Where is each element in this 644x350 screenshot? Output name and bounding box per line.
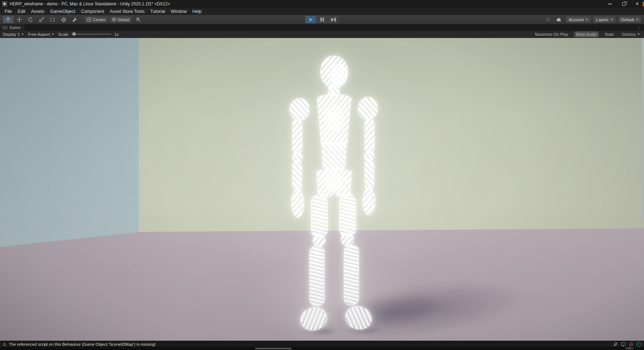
mute-audio-toggle[interactable]: Mute Audio	[575, 32, 598, 37]
bell-icon[interactable]	[629, 342, 634, 347]
caret-down-icon	[611, 19, 613, 20]
caret-down-icon	[586, 19, 588, 20]
menu-asset-store-tools[interactable]: Asset Store Tools	[107, 8, 147, 15]
scale-label: Scale	[58, 32, 69, 37]
minimize-button[interactable]	[603, 0, 617, 8]
close-button[interactable]: ×	[630, 0, 644, 8]
layout-label: Default	[621, 18, 634, 22]
game-view-tab[interactable]: Game	[0, 24, 25, 31]
window-controls: ×	[603, 0, 644, 8]
frame-count: 1967	[625, 347, 634, 350]
menu-file[interactable]: File	[2, 8, 15, 15]
left-foot-contact-shadow	[299, 326, 339, 336]
maximize-on-play-toggle[interactable]: Maximize On Play	[534, 32, 570, 37]
back-wall	[0, 38, 644, 341]
scale-tool-button[interactable]	[36, 16, 47, 23]
step-icon	[331, 18, 336, 21]
menu-tutorial[interactable]: Tutorial	[147, 8, 168, 15]
right-foot-contact-shadow	[343, 326, 384, 335]
grid-snap-button[interactable]	[133, 16, 144, 23]
transform-tool-group	[3, 16, 80, 23]
edge-notification-sliver	[643, 2, 644, 6]
game-viewport[interactable]	[0, 38, 644, 341]
back-wall-shading	[0, 38, 644, 341]
game-toolbar-right: Maximize On Play Mute Audio Stats Gizmos	[534, 32, 641, 37]
account-label: Account	[569, 18, 584, 22]
floor-shading	[0, 38, 644, 341]
cast-shadow	[334, 269, 532, 341]
aspect-dropdown-label: Free Aspect	[28, 32, 50, 37]
menu-help[interactable]: Help	[190, 8, 205, 15]
menu-gameobject[interactable]: GameObject	[47, 8, 78, 15]
scale-icon	[39, 17, 44, 23]
left-wall	[0, 38, 644, 341]
tab-overflow-menu-button[interactable]: ⋮	[634, 25, 644, 30]
scale-value: 1x	[114, 32, 118, 37]
menu-edit[interactable]: Edit	[15, 8, 28, 15]
floor	[0, 38, 644, 341]
activity-complete-icon[interactable]: ✓	[636, 342, 641, 347]
restore-button[interactable]	[617, 0, 630, 8]
caret-down-icon	[21, 34, 24, 35]
step-button[interactable]	[328, 16, 339, 23]
caret-down-icon	[636, 19, 638, 20]
combined-transform-icon	[61, 17, 67, 23]
warning-icon: ⚠	[3, 342, 6, 346]
display-status-icon[interactable]	[621, 342, 626, 347]
check-icon: ✓	[638, 342, 640, 346]
pivot-toggle-button[interactable]: Center	[84, 16, 108, 23]
hand-tool-button[interactable]	[3, 16, 14, 23]
unity-app-icon	[2, 1, 7, 6]
hand-icon	[5, 17, 11, 23]
cloud-icon	[556, 18, 562, 22]
globe-icon	[112, 17, 116, 22]
stats-toggle[interactable]: Stats	[603, 32, 615, 37]
window-title: HDRP_wireframe - demo - PC, Mac & Linux …	[10, 1, 170, 6]
minimize-icon	[608, 4, 612, 4]
menu-component[interactable]: Component	[78, 8, 107, 15]
move-tool-button[interactable]	[14, 16, 25, 23]
figure-floor-glow	[250, 253, 419, 341]
horizontal-scrollbar-thumb[interactable]	[255, 348, 292, 349]
game-tab-label: Game	[9, 25, 20, 30]
move-icon	[16, 17, 22, 23]
wireframe-robot-figure	[283, 55, 383, 338]
transform-tool-button[interactable]	[58, 16, 69, 23]
play-controls	[305, 16, 339, 23]
activity-spark-icon	[546, 17, 550, 22]
display-dropdown[interactable]: Display 1	[3, 32, 24, 37]
play-button[interactable]	[305, 16, 316, 23]
pause-button[interactable]	[317, 16, 327, 23]
scale-slider[interactable]	[71, 34, 111, 35]
layers-dropdown[interactable]: Layers	[593, 16, 616, 23]
menu-window[interactable]: Window	[168, 8, 189, 15]
account-dropdown[interactable]: Account	[566, 16, 591, 23]
menu-assets[interactable]: Assets	[28, 8, 48, 15]
bell-slash-icon[interactable]	[613, 342, 618, 347]
rotate-tool-button[interactable]	[25, 16, 36, 23]
game-view-toolbar: Display 1 Free Aspect Scale 1x Maximize …	[0, 31, 644, 38]
status-bar[interactable]: ⚠ The referenced script on this Behaviou…	[0, 341, 644, 347]
close-icon: ×	[635, 1, 639, 7]
progress-activity-button[interactable]	[543, 16, 552, 23]
space-toggle-button[interactable]: Global	[109, 16, 132, 23]
custom-tool-button[interactable]	[69, 16, 80, 23]
menubar: File Edit Assets GameObject Component As…	[0, 8, 644, 15]
rect-tool-icon	[50, 17, 55, 23]
layout-dropdown[interactable]: Default	[618, 16, 641, 23]
view-tab-row: Game ⋮	[0, 24, 644, 31]
cast-shadow-core	[340, 286, 448, 338]
aspect-ratio-dropdown[interactable]: Free Aspect	[28, 32, 54, 37]
right-edge-scrollbar[interactable]	[642, 38, 644, 218]
pause-icon	[321, 18, 324, 21]
caret-down-icon	[638, 34, 640, 35]
toolbar-right-cluster: Account Layers Default	[543, 16, 641, 23]
status-bar-icons: ✓	[613, 342, 641, 347]
scale-slider-thumb[interactable]	[72, 32, 76, 36]
unity-editor-window: HDRP_wireframe - demo - PC, Mac & Linux …	[0, 0, 644, 350]
gizmos-dropdown[interactable]: Gizmos	[620, 32, 641, 37]
wrench-icon	[72, 17, 78, 23]
cloud-services-button[interactable]	[555, 16, 563, 23]
pivot-icon	[87, 17, 92, 22]
rect-tool-button[interactable]	[47, 16, 58, 23]
